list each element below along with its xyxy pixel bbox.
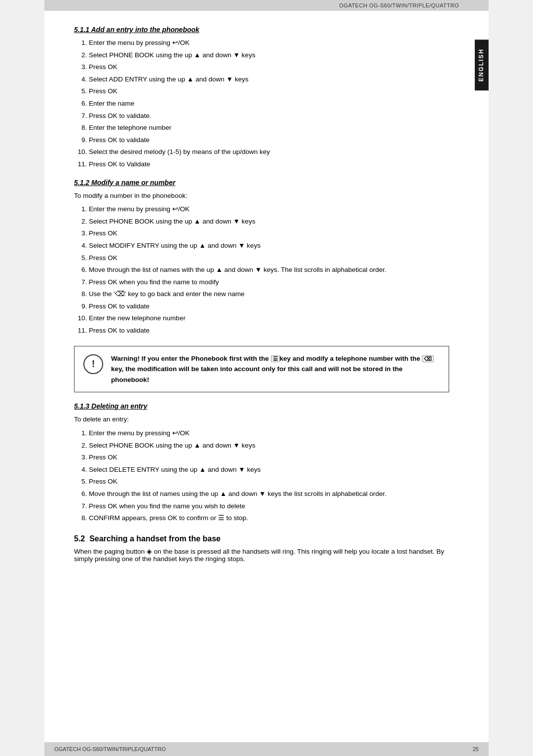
top-bar: OGATECH OG-S60/TWIN/TRIPLE/QUATTRO [44, 0, 489, 11]
list-item: Use the '⌫' key to go back and enter the… [89, 289, 449, 300]
list-item: Press OK [89, 86, 449, 97]
list-item: Select PHONE BOOK using the up ▲ and dow… [89, 216, 449, 227]
warning-box: ! Warning! If you enter the Phonebook fi… [74, 346, 449, 393]
section-52-heading: Searching a handset from the base [89, 534, 221, 543]
list-item: Press OK [89, 228, 449, 239]
list-item: Press OK to validate [89, 325, 449, 336]
list-item: Press OK when you find the name to modif… [89, 277, 449, 288]
list-item: Enter the menu by pressing ↩/OK [89, 38, 449, 48]
list-item: Enter the telephone number [89, 122, 449, 133]
warning-text: Warning! If you enter the Phonebook firs… [111, 353, 440, 385]
list-item: Press OK [89, 452, 449, 463]
warning-icon: ! [83, 354, 103, 374]
list-item: Press OK to validate. [89, 111, 449, 121]
footer-brand: OGATECH OG-S60/TWIN/TRIPLE/QUATTRO [54, 746, 166, 752]
list-item: Press OK to Validate [89, 159, 449, 170]
list-item: Enter the menu by pressing ↩/OK [89, 204, 449, 215]
list-item: Select ADD ENTRY using the up ▲ and down… [89, 74, 449, 85]
section-512-title: 5.1.2 Modify a name or number [74, 179, 449, 187]
phonebook-key-icon: ☰ [271, 355, 280, 362]
section-511-title: 5.1.1 Add an entry into the phonebook [74, 26, 449, 34]
back-key-icon: ⌫ [422, 355, 434, 362]
list-item: CONFIRM appears, press OK to confirm or … [89, 513, 449, 524]
bottom-bar: OGATECH OG-S60/TWIN/TRIPLE/QUATTRO 25 [44, 742, 489, 756]
list-item: Select MODIFY ENTRY using the up ▲ and d… [89, 240, 449, 251]
page: OGATECH OG-S60/TWIN/TRIPLE/QUATTRO ENGLI… [44, 0, 489, 756]
list-item: Press OK when you find the name you wish… [89, 501, 449, 512]
section-512-list: Enter the menu by pressing ↩/OK Select P… [89, 204, 449, 336]
list-item: Press OK to validate [89, 301, 449, 312]
section-511-list: Enter the menu by pressing ↩/OK Select P… [89, 38, 449, 170]
section-52-title: 5.2 Searching a handset from the base [74, 534, 449, 543]
header-brand: OGATECH OG-S60/TWIN/TRIPLE/QUATTRO [339, 2, 459, 8]
list-item: Press OK [89, 476, 449, 487]
list-item: Enter the menu by pressing ↩/OK [89, 428, 449, 439]
list-item: Enter the name [89, 98, 449, 109]
section-512-intro: To modify a number in the phonebook: [74, 190, 449, 201]
footer-page: 25 [473, 746, 479, 752]
section-52-body: When the paging button ◈ on the base is … [74, 547, 449, 563]
section-513-intro: To delete an entry: [74, 414, 449, 425]
list-item: Press OK to validate [89, 135, 449, 146]
list-item: Select PHONE BOOK using the up ▲ and dow… [89, 50, 449, 61]
english-tab: ENGLISH [475, 39, 489, 90]
list-item: Press OK [89, 62, 449, 73]
warning-strong: Warning! If you enter the Phonebook firs… [111, 355, 434, 383]
exclamation-icon: ! [92, 358, 95, 370]
list-item: Enter the new telephone number [89, 313, 449, 324]
section-52: 5.2 Searching a handset from the base Wh… [74, 534, 449, 563]
content: 5.1.1 Add an entry into the phonebook En… [44, 11, 489, 577]
list-item: Move through the list of names with the … [89, 265, 449, 275]
list-item: Press OK [89, 253, 449, 264]
section-52-number: 5.2 [74, 534, 85, 543]
list-item: Select the desired melody (1-5) by means… [89, 147, 449, 157]
section-513-title: 5.1.3 Deleting an entry [74, 402, 449, 410]
list-item: Select DELETE ENTRY using the up ▲ and d… [89, 464, 449, 475]
list-item: Select PHONE BOOK using the up ▲ and dow… [89, 440, 449, 451]
section-513-list: Enter the menu by pressing ↩/OK Select P… [89, 428, 449, 524]
list-item: Move through the list of names using the… [89, 489, 449, 499]
